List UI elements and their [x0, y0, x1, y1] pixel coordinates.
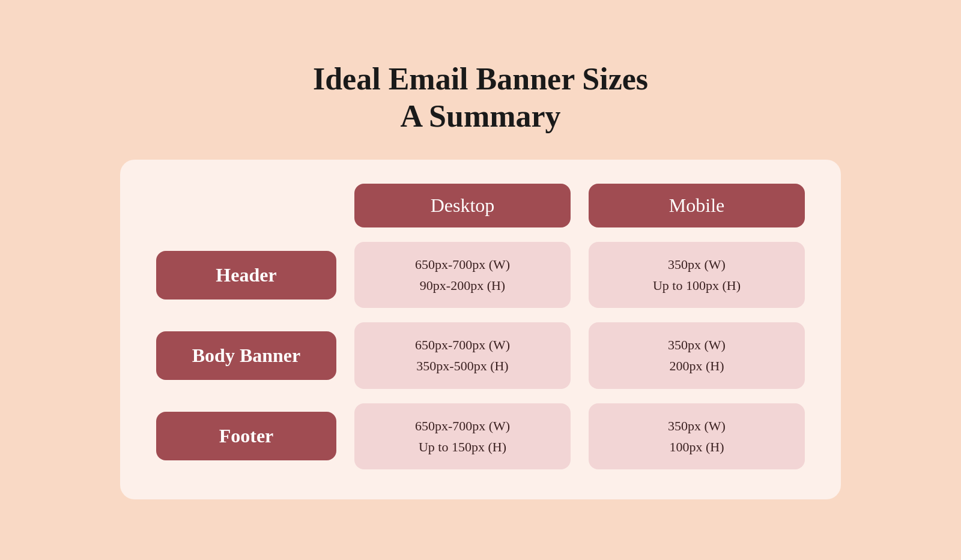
footer-desktop-cell: 650px-700px (W)Up to 150px (H): [354, 403, 571, 469]
page-wrapper: Ideal Email Banner Sizes A Summary Deskt…: [0, 37, 961, 523]
header-mobile-cell: 350px (W)Up to 100px (H): [589, 242, 805, 308]
footer-mobile-cell: 350px (W)100px (H): [589, 403, 805, 469]
col-header-desktop: Desktop: [354, 184, 571, 227]
body-banner-mobile-cell: 350px (W)200px (H): [589, 322, 805, 388]
row-label-body-banner: Body Banner: [156, 331, 336, 380]
header-desktop-cell: 650px-700px (W)90px-200px (H): [354, 242, 571, 308]
row-label-header: Header: [156, 251, 336, 300]
body-banner-desktop-cell: 650px-700px (W)350px-500px (H): [354, 322, 571, 388]
summary-table: Desktop Mobile Header 650px-700px (W)90p…: [156, 184, 805, 469]
title-line2: A Summary: [400, 99, 560, 133]
summary-card: Desktop Mobile Header 650px-700px (W)90p…: [120, 160, 841, 499]
col-header-mobile: Mobile: [589, 184, 805, 227]
page-title: Ideal Email Banner Sizes A Summary: [313, 61, 648, 136]
title-line1: Ideal Email Banner Sizes: [313, 62, 648, 96]
row-label-footer: Footer: [156, 412, 336, 460]
